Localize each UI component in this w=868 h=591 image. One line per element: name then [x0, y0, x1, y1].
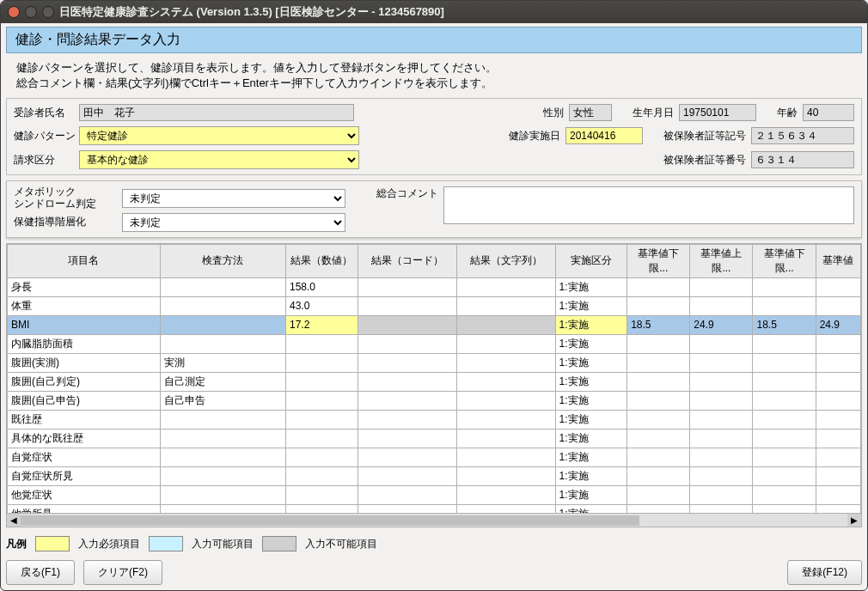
table-cell[interactable]: 自己測定	[160, 372, 285, 391]
table-cell[interactable]	[690, 466, 753, 485]
table-cell[interactable]: 24.9	[690, 315, 753, 334]
table-cell[interactable]	[690, 429, 753, 448]
table-cell[interactable]: 1:実施	[555, 448, 627, 466]
table-cell[interactable]: 1:実施	[555, 296, 627, 315]
table-cell[interactable]	[627, 504, 690, 513]
results-table[interactable]: 項目名検査方法結果（数値）結果（コード）結果（文字列）実施区分基準値下限...基…	[7, 244, 861, 513]
table-cell[interactable]	[816, 391, 860, 410]
table-cell[interactable]: 自覚症状	[8, 448, 161, 466]
table-cell[interactable]	[456, 466, 555, 485]
table-cell[interactable]	[690, 296, 753, 315]
table-cell[interactable]: 腹囲(自己判定)	[8, 372, 161, 391]
table-cell[interactable]	[816, 410, 860, 429]
table-cell[interactable]	[160, 448, 285, 466]
table-cell[interactable]	[753, 448, 816, 466]
table-cell[interactable]	[753, 410, 816, 429]
table-cell[interactable]	[816, 277, 860, 296]
column-header[interactable]: 検査方法	[160, 244, 285, 277]
table-cell[interactable]	[358, 410, 456, 429]
table-cell[interactable]: 1:実施	[555, 391, 627, 410]
table-cell[interactable]: 他覚所見	[8, 504, 161, 513]
table-cell[interactable]	[160, 485, 285, 504]
table-cell[interactable]	[160, 504, 285, 513]
comment-textarea[interactable]	[443, 186, 854, 224]
table-cell[interactable]	[753, 429, 816, 448]
table-cell[interactable]	[690, 372, 753, 391]
table-cell[interactable]: 1:実施	[555, 429, 627, 448]
table-row[interactable]: 腹囲(自己判定)自己測定1:実施	[8, 372, 861, 391]
table-cell[interactable]	[358, 448, 456, 466]
column-header[interactable]: 基準値下限...	[627, 244, 690, 277]
save-button[interactable]: 登録(F12)	[787, 560, 862, 585]
column-header[interactable]: 項目名	[8, 244, 161, 277]
column-header[interactable]: 結果（数値）	[286, 244, 358, 277]
results-table-scroll[interactable]: 項目名検査方法結果（数値）結果（コード）結果（文字列）実施区分基準値下限...基…	[7, 244, 861, 513]
table-cell[interactable]	[160, 296, 285, 315]
column-header[interactable]: 結果（文字列）	[456, 244, 555, 277]
table-cell[interactable]: 体重	[8, 296, 161, 315]
table-cell[interactable]	[456, 429, 555, 448]
table-cell[interactable]	[753, 504, 816, 513]
table-cell[interactable]	[627, 334, 690, 353]
table-cell[interactable]	[358, 485, 456, 504]
table-row[interactable]: 既往歴1:実施	[8, 410, 861, 429]
table-cell[interactable]: 17.2	[286, 315, 358, 334]
table-cell[interactable]	[690, 277, 753, 296]
table-cell[interactable]: 腹囲(実測)	[8, 353, 161, 372]
table-cell[interactable]	[690, 448, 753, 466]
table-cell[interactable]	[753, 485, 816, 504]
maximize-icon[interactable]	[42, 6, 54, 18]
table-cell[interactable]: 1:実施	[555, 315, 627, 334]
table-cell[interactable]: 内臓脂肪面積	[8, 334, 161, 353]
table-cell[interactable]	[816, 448, 860, 466]
table-cell[interactable]	[627, 429, 690, 448]
exam-date-field[interactable]	[565, 127, 643, 144]
table-cell[interactable]: 1:実施	[555, 277, 627, 296]
table-cell[interactable]	[160, 315, 285, 334]
table-cell[interactable]	[160, 466, 285, 485]
table-cell[interactable]	[160, 277, 285, 296]
table-cell[interactable]	[690, 391, 753, 410]
table-cell[interactable]	[816, 372, 860, 391]
table-cell[interactable]	[816, 296, 860, 315]
table-cell[interactable]	[690, 485, 753, 504]
table-cell[interactable]	[816, 334, 860, 353]
table-cell[interactable]	[753, 466, 816, 485]
table-cell[interactable]	[627, 410, 690, 429]
table-cell[interactable]	[690, 353, 753, 372]
table-row[interactable]: 腹囲(自己申告)自己申告1:実施	[8, 391, 861, 410]
table-row[interactable]: 腹囲(実測)実測1:実施	[8, 353, 861, 372]
scroll-thumb[interactable]	[21, 515, 639, 526]
table-cell[interactable]	[753, 391, 816, 410]
pattern-select[interactable]: 特定健診	[79, 126, 359, 145]
table-cell[interactable]	[160, 410, 285, 429]
table-row[interactable]: 内臓脂肪面積1:実施	[8, 334, 861, 353]
table-cell[interactable]	[627, 391, 690, 410]
table-cell[interactable]	[160, 334, 285, 353]
table-cell[interactable]: 1:実施	[555, 466, 627, 485]
table-cell[interactable]: 43.0	[286, 296, 358, 315]
table-cell[interactable]: 腹囲(自己申告)	[8, 391, 161, 410]
table-cell[interactable]: 実測	[160, 353, 285, 372]
table-cell[interactable]	[753, 277, 816, 296]
hoken-select[interactable]: 未判定	[122, 213, 345, 232]
table-cell[interactable]	[753, 372, 816, 391]
table-cell[interactable]: BMI	[8, 315, 161, 334]
table-cell[interactable]	[627, 353, 690, 372]
table-row[interactable]: 身長158.01:実施	[8, 277, 861, 296]
table-cell[interactable]	[456, 504, 555, 513]
table-cell[interactable]: 既往歴	[8, 410, 161, 429]
claim-select[interactable]: 基本的な健診	[79, 150, 359, 169]
table-cell[interactable]: 24.9	[816, 315, 860, 334]
table-cell[interactable]: 1:実施	[555, 504, 627, 513]
table-cell[interactable]	[627, 277, 690, 296]
table-cell[interactable]	[286, 391, 358, 410]
column-header[interactable]: 基準値	[816, 244, 860, 277]
table-cell[interactable]: 158.0	[286, 277, 358, 296]
column-header[interactable]: 実施区分	[555, 244, 627, 277]
scroll-left-icon[interactable]: ◀	[7, 514, 21, 527]
table-cell[interactable]: 他覚症状	[8, 485, 161, 504]
table-cell[interactable]	[816, 504, 860, 513]
minimize-icon[interactable]	[25, 6, 37, 18]
table-cell[interactable]	[690, 504, 753, 513]
